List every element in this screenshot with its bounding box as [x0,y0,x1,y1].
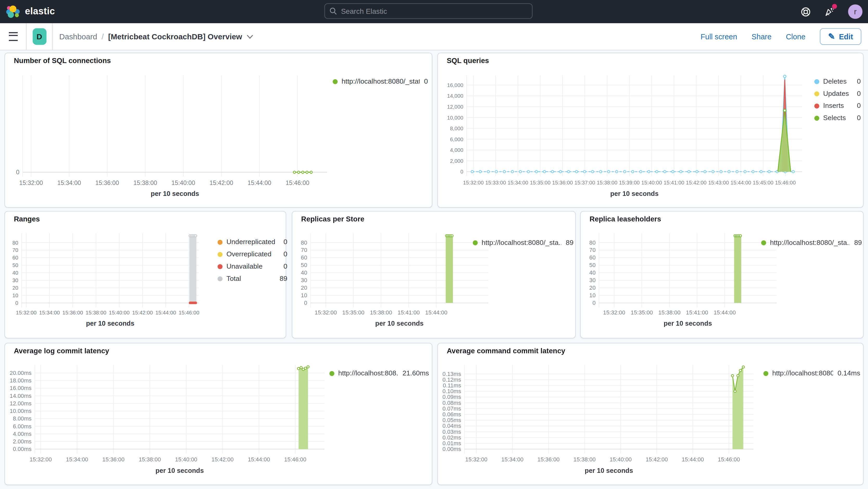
news-feed-button[interactable] [824,5,836,18]
svg-text:15:38:00: 15:38:00 [370,309,392,316]
svg-text:60: 60 [12,255,18,261]
chart-legend: http://localhost:8080/_stat...0 [333,78,428,90]
legend-item[interactable]: Selects0 [814,114,861,122]
svg-text:70: 70 [301,247,307,253]
legend-item[interactable]: http://localhost:8080/_stat...0 [333,78,428,86]
legend-label: Updates [823,90,849,97]
legend-value: 0 [279,250,287,258]
svg-text:15:34:00: 15:34:00 [507,180,528,185]
panel-title: Replicas per Store [292,212,575,223]
svg-text:15:44:00: 15:44:00 [248,456,270,463]
legend-item[interactable]: Inserts0 [814,102,861,110]
legend-item[interactable]: Updates0 [814,90,861,97]
nav-menu-button[interactable] [0,23,27,50]
ranges-chart[interactable]: 15:32:0015:34:0015:36:0015:38:0015:40:00… [7,233,207,338]
legend-label: http://localhost:8080/_sta... [482,239,561,246]
svg-text:0.00ms: 0.00ms [13,446,32,452]
svg-text:15:41:00: 15:41:00 [686,309,708,316]
elastic-logo[interactable]: elastic [0,4,105,19]
svg-text:20: 20 [12,285,18,291]
legend-item[interactable]: http://localhost:8080...0.14ms [763,369,860,377]
svg-text:15:36:00: 15:36:00 [552,180,573,185]
svg-text:15:35:00: 15:35:00 [631,309,653,316]
legend-value: 21.60ms [398,369,429,377]
legend-color-dot [763,371,768,376]
replicas-per-store-chart[interactable]: 15:32:0015:35:0015:38:0015:41:0015:44:00… [296,233,493,338]
legend-value: 0 [279,263,287,270]
svg-text:15:32:00: 15:32:00 [315,309,337,316]
svg-text:0: 0 [460,169,463,175]
svg-text:15:40:00: 15:40:00 [642,180,662,185]
legend-item[interactable]: Deletes0 [814,78,861,86]
svg-text:15:42:00: 15:42:00 [686,180,707,185]
avg-command-commit-latency-chart[interactable]: 15:32:0015:34:0015:36:0015:38:0015:40:00… [442,364,758,485]
legend-item[interactable]: Total89 [217,275,287,282]
legend-item[interactable]: Unavailable0 [217,263,287,270]
svg-text:10,000: 10,000 [447,115,463,121]
legend-value: 89 [850,239,862,246]
avg-log-commit-latency-chart[interactable]: 15:32:0015:34:0015:36:0015:38:0015:40:00… [8,364,329,485]
legend-color-dot [473,240,477,245]
replica-leaseholders-chart[interactable]: 15:32:0015:35:0015:38:0015:41:0015:44:00… [584,233,781,338]
svg-text:per 10 seconds: per 10 seconds [610,190,659,197]
svg-text:8.00ms: 8.00ms [13,415,32,422]
svg-text:20: 20 [589,284,596,291]
svg-text:0.00ms: 0.00ms [442,446,461,452]
toolbar-actions: Full screen Share Clone ✎ Edit [701,23,861,50]
chevron-down-icon[interactable] [247,34,254,39]
svg-text:6,000: 6,000 [450,136,463,142]
panel-ranges: Ranges 15:32:0015:34:0015:36:0015:38:001… [4,211,286,338]
panel-title: Ranges [5,212,286,223]
dashboard-toolbar: D Dashboard / [Metricbeat CockroachDB] O… [0,23,868,50]
legend-color-dot [217,264,222,269]
global-search-input[interactable]: Search Elastic [324,3,533,19]
svg-text:30: 30 [589,277,596,283]
svg-text:15:43:00: 15:43:00 [708,180,729,185]
edit-button[interactable]: ✎ Edit [820,28,862,45]
svg-text:15:32:00: 15:32:00 [603,309,625,316]
legend-item[interactable]: Overreplicated0 [217,250,287,258]
legend-label: http://localhost:8080/_stat... [342,78,420,86]
legend-label: Overreplicated [226,250,271,258]
sql-queries-chart[interactable]: 15:32:0015:33:0015:34:0015:35:0015:36:00… [442,72,812,205]
help-button[interactable] [799,5,811,18]
svg-text:15:38:00: 15:38:00 [658,309,681,316]
svg-text:8,000: 8,000 [450,126,463,131]
svg-text:15:37:00: 15:37:00 [575,180,595,185]
legend-item[interactable]: http://localhost:8080/_sta...89 [761,239,862,246]
svg-text:15:34:00: 15:34:00 [501,456,523,463]
breadcrumb-dashboard-link[interactable]: Dashboard [59,32,97,41]
svg-text:2,000: 2,000 [450,158,463,164]
search-icon [330,7,337,15]
svg-text:15:41:00: 15:41:00 [663,180,684,185]
pencil-icon: ✎ [828,32,835,41]
legend-label: http://localhost:8080/_sta... [770,239,850,246]
space-selector[interactable]: D [27,23,53,50]
panel-number-of-sql-connections: Number of SQL connections 15:32:0015:34:… [4,53,432,208]
avatar-initial: r [854,7,857,16]
legend-value: 0 [852,102,861,110]
legend-item[interactable]: Underreplicated0 [217,238,287,246]
svg-text:15:42:00: 15:42:00 [132,310,153,315]
svg-text:15:35:00: 15:35:00 [342,309,364,316]
svg-text:30: 30 [301,277,307,283]
elastic-logo-icon [5,4,20,19]
legend-item[interactable]: http://localhost:808...21.60ms [330,369,429,377]
full-screen-button[interactable]: Full screen [701,32,737,41]
svg-text:15:36:00: 15:36:00 [95,180,119,186]
svg-text:15:39:00: 15:39:00 [619,180,640,185]
legend-color-dot [814,79,819,84]
svg-text:15:34:00: 15:34:00 [66,456,88,463]
sql-connections-chart[interactable]: 15:32:0015:34:0015:36:0015:38:0015:40:00… [5,72,341,205]
svg-text:0: 0 [16,300,18,306]
panel-sql-queries: SQL queries 15:32:0015:33:0015:34:0015:3… [437,53,864,208]
user-avatar[interactable]: r [848,4,862,19]
legend-item[interactable]: http://localhost:8080/_sta...89 [473,239,574,246]
svg-text:80: 80 [12,240,18,246]
svg-text:per 10 seconds: per 10 seconds [86,320,134,327]
svg-text:15:42:00: 15:42:00 [209,180,233,186]
clone-button[interactable]: Clone [786,32,806,41]
svg-text:15:32:00: 15:32:00 [463,180,484,185]
legend-label: Inserts [823,102,844,110]
share-button[interactable]: Share [752,32,772,41]
